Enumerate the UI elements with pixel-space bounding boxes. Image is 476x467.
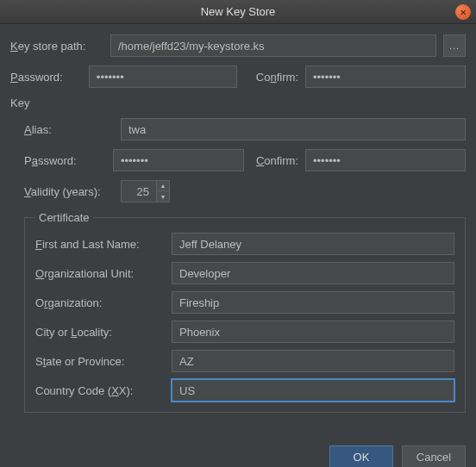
password-input[interactable] xyxy=(89,65,237,88)
key-confirm-input[interactable] xyxy=(305,149,466,171)
spinner-up-icon[interactable]: ▲ xyxy=(157,181,169,191)
validity-label: Validity (years): xyxy=(24,185,114,198)
dialog-footer: OK Cancel xyxy=(0,433,476,467)
key-password-label: Password: xyxy=(24,154,106,167)
certificate-legend: Certificate xyxy=(35,211,93,224)
validity-input[interactable] xyxy=(121,180,157,202)
browse-button[interactable]: ... xyxy=(443,34,466,57)
close-icon[interactable]: ✕ xyxy=(455,4,471,20)
confirm-label: Confirm: xyxy=(256,71,298,84)
alias-label: Alias: xyxy=(24,123,114,136)
city-input[interactable] xyxy=(172,321,454,343)
org-unit-input[interactable] xyxy=(172,262,454,284)
state-input[interactable] xyxy=(172,350,454,372)
titlebar: New Key Store ✕ xyxy=(0,0,476,24)
validity-spinner[interactable]: ▲ ▼ xyxy=(121,180,170,202)
confirm-input[interactable] xyxy=(305,65,466,88)
state-label: State or Province: xyxy=(35,355,163,368)
window-title: New Key Store xyxy=(201,5,276,18)
keystore-path-label: Key store path: xyxy=(10,40,103,53)
ok-button[interactable]: OK xyxy=(329,445,393,467)
password-label: Password: xyxy=(10,71,82,84)
keystore-path-input[interactable] xyxy=(110,34,436,57)
spinner-down-icon[interactable]: ▼ xyxy=(157,191,169,202)
key-section-label: Key xyxy=(10,97,466,109)
org-unit-label: Organizational Unit: xyxy=(35,267,163,280)
country-input[interactable] xyxy=(172,379,454,402)
country-label: Country Code (XX): xyxy=(35,384,163,397)
first-last-label: First and Last Name: xyxy=(35,238,163,251)
org-input[interactable] xyxy=(172,291,454,314)
city-label: City or Locality: xyxy=(35,326,163,339)
org-label: Organization: xyxy=(35,296,163,309)
certificate-fieldset: Certificate First and Last Name: Organiz… xyxy=(24,211,466,413)
key-password-input[interactable] xyxy=(113,149,244,171)
key-confirm-label: Confirm: xyxy=(256,154,298,167)
cancel-button[interactable]: Cancel xyxy=(402,445,466,467)
alias-input[interactable] xyxy=(121,118,466,140)
first-last-input[interactable] xyxy=(172,233,454,255)
dialog-content: Key store path: ... Password: Confirm: K… xyxy=(0,24,476,413)
